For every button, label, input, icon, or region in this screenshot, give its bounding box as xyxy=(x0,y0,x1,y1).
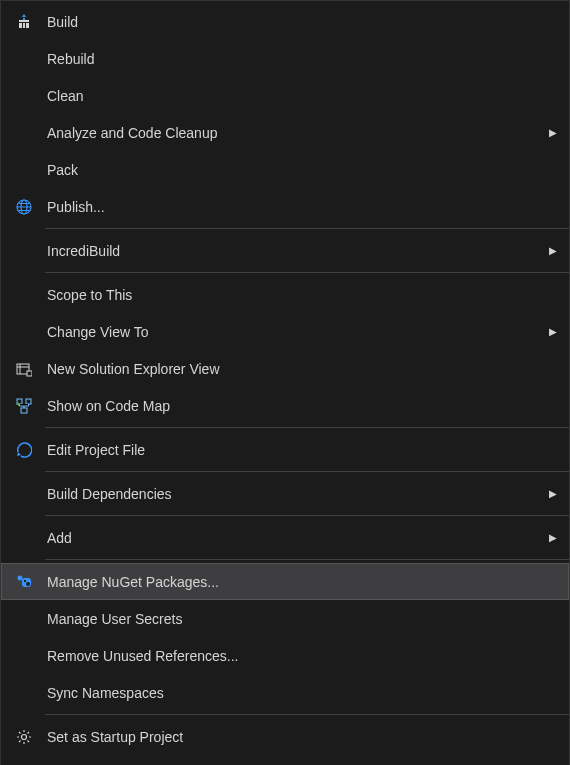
menu-item-label: Manage NuGet Packages... xyxy=(41,574,543,590)
menu-item-analyze[interactable]: Analyze and Code Cleanup▶ xyxy=(1,114,569,151)
menu-item-label: Pack xyxy=(41,162,543,178)
menu-item-label: Sync Namespaces xyxy=(41,685,543,701)
menu-item-label: Build xyxy=(41,14,543,30)
menu-item-build[interactable]: Build xyxy=(1,3,569,40)
menu-item-label: IncrediBuild xyxy=(41,243,543,259)
solution-icon xyxy=(7,361,41,377)
context-menu: BuildRebuildCleanAnalyze and Code Cleanu… xyxy=(0,0,570,765)
menu-item-startup[interactable]: Set as Startup Project xyxy=(1,718,569,755)
menu-item-nuget[interactable]: Manage NuGet Packages... xyxy=(1,563,569,600)
menu-item-label: Clean xyxy=(41,88,543,104)
menu-item-usersecrets[interactable]: Manage User Secrets xyxy=(1,600,569,637)
chevron-right-icon: ▶ xyxy=(543,532,563,543)
menu-separator xyxy=(45,515,569,516)
menu-item-removeunused[interactable]: Remove Unused References... xyxy=(1,637,569,674)
build-icon xyxy=(7,14,41,30)
menu-item-publish[interactable]: Publish... xyxy=(1,188,569,225)
chevron-right-icon: ▶ xyxy=(543,488,563,499)
menu-item-clean[interactable]: Clean xyxy=(1,77,569,114)
menu-item-label: Show on Code Map xyxy=(41,398,543,414)
menu-item-label: Edit Project File xyxy=(41,442,543,458)
menu-item-label: Manage User Secrets xyxy=(41,611,543,627)
edit-icon xyxy=(7,442,41,458)
menu-item-codemap[interactable]: +Show on Code Map xyxy=(1,387,569,424)
menu-item-incredibuild[interactable]: IncrediBuild▶ xyxy=(1,232,569,269)
menu-item-rebuild[interactable]: Rebuild xyxy=(1,40,569,77)
menu-item-label: Change View To xyxy=(41,324,543,340)
menu-item-label: Remove Unused References... xyxy=(41,648,543,664)
codemap-icon: + xyxy=(7,398,41,414)
menu-item-changeview[interactable]: Change View To▶ xyxy=(1,313,569,350)
svg-point-11 xyxy=(26,582,30,586)
menu-item-label: New Solution Explorer View xyxy=(41,361,543,377)
menu-item-debug[interactable]: Debug▶ xyxy=(1,755,569,765)
menu-item-add[interactable]: Add▶ xyxy=(1,519,569,556)
svg-rect-6 xyxy=(21,408,27,413)
menu-item-label: Build Dependencies xyxy=(41,486,543,502)
menu-item-newsolution[interactable]: New Solution Explorer View xyxy=(1,350,569,387)
menu-item-label: Set as Startup Project xyxy=(41,729,543,745)
menu-separator xyxy=(45,471,569,472)
gear-icon xyxy=(7,729,41,745)
svg-point-12 xyxy=(22,734,27,739)
menu-item-label: Add xyxy=(41,530,543,546)
menu-separator xyxy=(45,228,569,229)
svg-point-10 xyxy=(24,579,26,581)
chevron-right-icon: ▶ xyxy=(543,326,563,337)
menu-item-label: Rebuild xyxy=(41,51,543,67)
publish-icon xyxy=(7,199,41,215)
menu-item-scope[interactable]: Scope to This xyxy=(1,276,569,313)
chevron-right-icon: ▶ xyxy=(543,245,563,256)
chevron-right-icon: ▶ xyxy=(543,127,563,138)
svg-rect-3 xyxy=(27,371,32,376)
svg-rect-5 xyxy=(26,399,31,404)
menu-item-pack[interactable]: Pack xyxy=(1,151,569,188)
svg-point-8 xyxy=(18,575,23,580)
svg-rect-9 xyxy=(22,578,31,587)
menu-item-syncns[interactable]: Sync Namespaces xyxy=(1,674,569,711)
menu-separator xyxy=(45,559,569,560)
svg-text:+: + xyxy=(16,400,21,409)
menu-item-label: Publish... xyxy=(41,199,543,215)
menu-separator xyxy=(45,714,569,715)
nuget-icon xyxy=(7,574,41,590)
menu-item-label: Scope to This xyxy=(41,287,543,303)
menu-item-editproject[interactable]: Edit Project File xyxy=(1,431,569,468)
menu-item-label: Analyze and Code Cleanup xyxy=(41,125,543,141)
menu-separator xyxy=(45,427,569,428)
menu-separator xyxy=(45,272,569,273)
menu-item-builddeps[interactable]: Build Dependencies▶ xyxy=(1,475,569,512)
